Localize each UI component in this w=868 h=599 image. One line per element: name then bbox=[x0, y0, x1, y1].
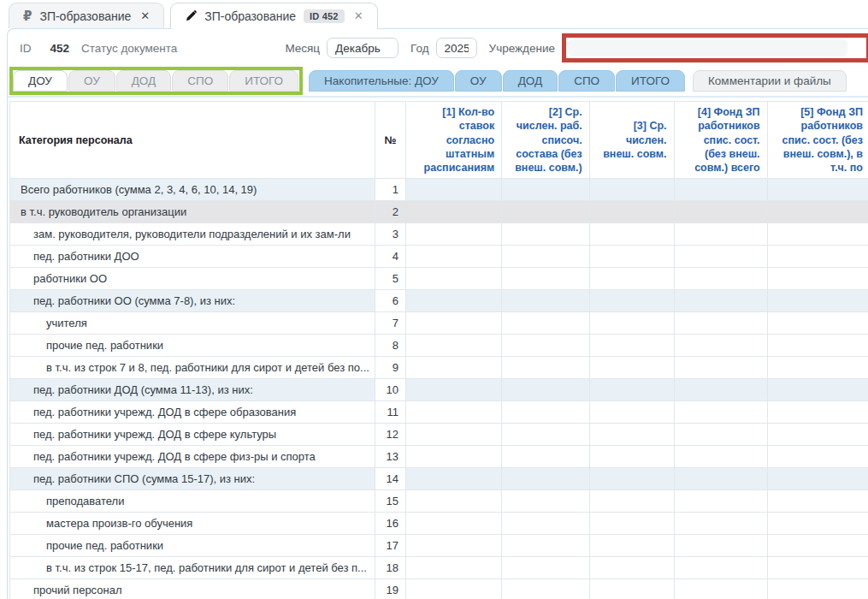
tab-cumulative-dod[interactable]: ДОД bbox=[503, 70, 558, 92]
value-cell-col3[interactable] bbox=[589, 579, 674, 599]
value-cell-col5[interactable] bbox=[767, 513, 868, 535]
value-cell-col1[interactable] bbox=[406, 223, 502, 246]
value-cell-col1[interactable] bbox=[406, 357, 502, 379]
value-cell-col5[interactable] bbox=[767, 468, 868, 490]
value-cell-col2[interactable] bbox=[502, 268, 590, 290]
institution-input[interactable] bbox=[568, 39, 847, 56]
value-cell-col5[interactable] bbox=[767, 179, 868, 201]
value-cell-col3[interactable] bbox=[589, 446, 674, 468]
tab-spo[interactable]: СПО bbox=[172, 70, 228, 92]
value-cell-col2[interactable] bbox=[502, 179, 590, 201]
tab-dod[interactable]: ДОД bbox=[116, 70, 172, 92]
value-cell-col4[interactable] bbox=[674, 579, 767, 599]
tab-dou[interactable]: ДОУ bbox=[13, 70, 68, 92]
value-cell-col1[interactable] bbox=[406, 424, 502, 446]
value-cell-col2[interactable] bbox=[502, 312, 590, 335]
value-cell-col4[interactable] bbox=[674, 335, 767, 357]
value-cell-col1[interactable] bbox=[406, 268, 502, 290]
value-cell-col3[interactable] bbox=[589, 401, 674, 424]
value-cell-col1[interactable] bbox=[406, 290, 502, 312]
value-cell-col4[interactable] bbox=[674, 179, 767, 201]
close-icon[interactable]: ✕ bbox=[354, 9, 363, 22]
value-cell-col4[interactable] bbox=[674, 401, 767, 424]
value-cell-col1[interactable] bbox=[406, 246, 502, 268]
value-cell-col4[interactable] bbox=[674, 246, 767, 268]
value-cell-col3[interactable] bbox=[589, 290, 674, 312]
value-cell-col5[interactable] bbox=[767, 535, 868, 557]
month-input[interactable] bbox=[327, 38, 399, 58]
value-cell-col2[interactable] bbox=[502, 424, 590, 446]
value-cell-col2[interactable] bbox=[502, 513, 590, 535]
value-cell-col3[interactable] bbox=[589, 468, 674, 490]
value-cell-col5[interactable] bbox=[767, 268, 868, 290]
value-cell-col1[interactable] bbox=[406, 312, 502, 335]
value-cell-col3[interactable] bbox=[589, 335, 674, 357]
window-tab-zp-obrazovanie-2[interactable]: ЗП-образование ID 452 ✕ bbox=[170, 3, 377, 29]
value-cell-col2[interactable] bbox=[502, 535, 590, 557]
value-cell-col5[interactable] bbox=[767, 335, 868, 357]
tab-itogo[interactable]: ИТОГО bbox=[229, 70, 298, 92]
close-icon[interactable]: ✕ bbox=[140, 9, 150, 22]
value-cell-col3[interactable] bbox=[589, 179, 674, 201]
tab-cumulative-spo[interactable]: СПО bbox=[558, 70, 615, 92]
value-cell-col4[interactable] bbox=[674, 468, 767, 490]
value-cell-col4[interactable] bbox=[674, 201, 767, 223]
value-cell-col3[interactable] bbox=[589, 312, 674, 335]
value-cell-col5[interactable] bbox=[767, 557, 868, 579]
value-cell-col2[interactable] bbox=[502, 379, 590, 401]
value-cell-col4[interactable] bbox=[674, 490, 767, 513]
value-cell-col3[interactable] bbox=[589, 223, 674, 246]
value-cell-col3[interactable] bbox=[589, 424, 674, 446]
value-cell-col3[interactable] bbox=[589, 379, 674, 401]
value-cell-col5[interactable] bbox=[767, 357, 868, 379]
value-cell-col4[interactable] bbox=[674, 312, 767, 335]
tab-cumulative-itogo[interactable]: ИТОГО bbox=[616, 70, 685, 92]
value-cell-col5[interactable] bbox=[767, 579, 868, 599]
value-cell-col2[interactable] bbox=[502, 557, 590, 579]
value-cell-col3[interactable] bbox=[589, 557, 674, 579]
value-cell-col5[interactable] bbox=[767, 424, 868, 446]
value-cell-col1[interactable] bbox=[406, 201, 502, 223]
value-cell-col4[interactable] bbox=[674, 513, 767, 535]
value-cell-col5[interactable] bbox=[767, 312, 868, 335]
value-cell-col2[interactable] bbox=[502, 401, 590, 424]
value-cell-col1[interactable] bbox=[406, 379, 502, 401]
value-cell-col1[interactable] bbox=[406, 335, 502, 357]
value-cell-col1[interactable] bbox=[406, 490, 502, 513]
value-cell-col3[interactable] bbox=[589, 535, 674, 557]
value-cell-col3[interactable] bbox=[589, 268, 674, 290]
value-cell-col1[interactable] bbox=[406, 579, 502, 599]
value-cell-col5[interactable] bbox=[767, 379, 868, 401]
value-cell-col4[interactable] bbox=[674, 557, 767, 579]
value-cell-col4[interactable] bbox=[674, 357, 767, 379]
tab-cumulative-ou[interactable]: ОУ bbox=[455, 70, 502, 92]
value-cell-col1[interactable] bbox=[406, 535, 502, 557]
value-cell-col2[interactable] bbox=[502, 579, 590, 599]
value-cell-col4[interactable] bbox=[674, 535, 767, 557]
value-cell-col2[interactable] bbox=[502, 357, 590, 379]
value-cell-col1[interactable] bbox=[406, 446, 502, 468]
value-cell-col1[interactable] bbox=[406, 179, 502, 201]
tab-cumulative-dou[interactable]: Накопительные: ДОУ bbox=[309, 70, 454, 92]
value-cell-col4[interactable] bbox=[674, 446, 767, 468]
value-cell-col4[interactable] bbox=[674, 268, 767, 290]
value-cell-col1[interactable] bbox=[406, 468, 502, 490]
value-cell-col3[interactable] bbox=[589, 201, 674, 223]
value-cell-col2[interactable] bbox=[502, 468, 590, 490]
window-tab-zp-obrazovanie-1[interactable]: ₽ ЗП-образование ✕ bbox=[9, 3, 164, 28]
value-cell-col4[interactable] bbox=[674, 379, 767, 401]
tab-ou[interactable]: ОУ bbox=[68, 70, 115, 92]
value-cell-col4[interactable] bbox=[674, 223, 767, 246]
value-cell-col2[interactable] bbox=[502, 223, 590, 246]
value-cell-col1[interactable] bbox=[406, 401, 502, 424]
year-input[interactable] bbox=[436, 38, 477, 58]
value-cell-col1[interactable] bbox=[406, 513, 502, 535]
value-cell-col2[interactable] bbox=[502, 335, 590, 357]
value-cell-col5[interactable] bbox=[767, 401, 868, 424]
value-cell-col4[interactable] bbox=[674, 290, 767, 312]
value-cell-col5[interactable] bbox=[767, 201, 868, 223]
value-cell-col3[interactable] bbox=[589, 246, 674, 268]
value-cell-col5[interactable] bbox=[767, 246, 868, 268]
value-cell-col5[interactable] bbox=[767, 446, 868, 468]
value-cell-col3[interactable] bbox=[589, 513, 674, 535]
